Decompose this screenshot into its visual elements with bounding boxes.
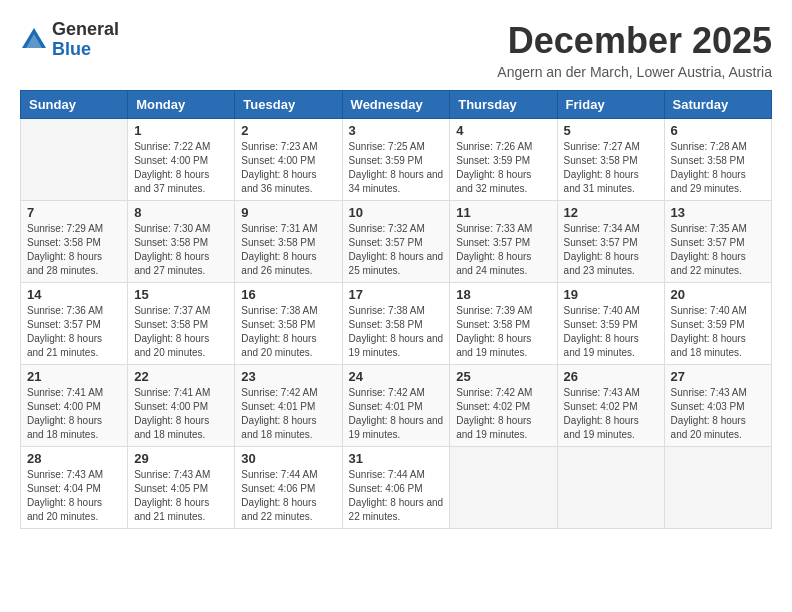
calendar-cell: 21Sunrise: 7:41 AMSunset: 4:00 PMDayligh…: [21, 365, 128, 447]
calendar-cell: 26Sunrise: 7:43 AMSunset: 4:02 PMDayligh…: [557, 365, 664, 447]
calendar-cell: 12Sunrise: 7:34 AMSunset: 3:57 PMDayligh…: [557, 201, 664, 283]
day-info: Sunrise: 7:40 AMSunset: 3:59 PMDaylight:…: [671, 304, 765, 360]
day-number: 22: [134, 369, 228, 384]
day-info: Sunrise: 7:25 AMSunset: 3:59 PMDaylight:…: [349, 140, 444, 196]
day-info: Sunrise: 7:36 AMSunset: 3:57 PMDaylight:…: [27, 304, 121, 360]
day-number: 25: [456, 369, 550, 384]
day-number: 2: [241, 123, 335, 138]
calendar-cell: 4Sunrise: 7:26 AMSunset: 3:59 PMDaylight…: [450, 119, 557, 201]
weekday-header: Thursday: [450, 91, 557, 119]
day-number: 21: [27, 369, 121, 384]
day-number: 24: [349, 369, 444, 384]
calendar-cell: 29Sunrise: 7:43 AMSunset: 4:05 PMDayligh…: [128, 447, 235, 529]
day-info: Sunrise: 7:39 AMSunset: 3:58 PMDaylight:…: [456, 304, 550, 360]
day-number: 27: [671, 369, 765, 384]
calendar-cell: 19Sunrise: 7:40 AMSunset: 3:59 PMDayligh…: [557, 283, 664, 365]
calendar-cell: [557, 447, 664, 529]
day-number: 23: [241, 369, 335, 384]
calendar-cell: 11Sunrise: 7:33 AMSunset: 3:57 PMDayligh…: [450, 201, 557, 283]
calendar-cell: 28Sunrise: 7:43 AMSunset: 4:04 PMDayligh…: [21, 447, 128, 529]
day-info: Sunrise: 7:22 AMSunset: 4:00 PMDaylight:…: [134, 140, 228, 196]
calendar-cell: 14Sunrise: 7:36 AMSunset: 3:57 PMDayligh…: [21, 283, 128, 365]
day-number: 6: [671, 123, 765, 138]
day-number: 4: [456, 123, 550, 138]
day-info: Sunrise: 7:43 AMSunset: 4:03 PMDaylight:…: [671, 386, 765, 442]
day-info: Sunrise: 7:34 AMSunset: 3:57 PMDaylight:…: [564, 222, 658, 278]
calendar-cell: 2Sunrise: 7:23 AMSunset: 4:00 PMDaylight…: [235, 119, 342, 201]
day-info: Sunrise: 7:30 AMSunset: 3:58 PMDaylight:…: [134, 222, 228, 278]
calendar-cell: 8Sunrise: 7:30 AMSunset: 3:58 PMDaylight…: [128, 201, 235, 283]
day-info: Sunrise: 7:43 AMSunset: 4:05 PMDaylight:…: [134, 468, 228, 524]
calendar-cell: 24Sunrise: 7:42 AMSunset: 4:01 PMDayligh…: [342, 365, 450, 447]
weekday-header: Saturday: [664, 91, 771, 119]
day-info: Sunrise: 7:43 AMSunset: 4:02 PMDaylight:…: [564, 386, 658, 442]
day-info: Sunrise: 7:35 AMSunset: 3:57 PMDaylight:…: [671, 222, 765, 278]
day-info: Sunrise: 7:38 AMSunset: 3:58 PMDaylight:…: [349, 304, 444, 360]
weekday-header: Friday: [557, 91, 664, 119]
day-info: Sunrise: 7:42 AMSunset: 4:01 PMDaylight:…: [349, 386, 444, 442]
calendar-cell: 16Sunrise: 7:38 AMSunset: 3:58 PMDayligh…: [235, 283, 342, 365]
day-info: Sunrise: 7:23 AMSunset: 4:00 PMDaylight:…: [241, 140, 335, 196]
calendar-cell: 27Sunrise: 7:43 AMSunset: 4:03 PMDayligh…: [664, 365, 771, 447]
weekday-header: Wednesday: [342, 91, 450, 119]
day-number: 16: [241, 287, 335, 302]
day-info: Sunrise: 7:37 AMSunset: 3:58 PMDaylight:…: [134, 304, 228, 360]
calendar-cell: 18Sunrise: 7:39 AMSunset: 3:58 PMDayligh…: [450, 283, 557, 365]
calendar-cell: 25Sunrise: 7:42 AMSunset: 4:02 PMDayligh…: [450, 365, 557, 447]
calendar-cell: 23Sunrise: 7:42 AMSunset: 4:01 PMDayligh…: [235, 365, 342, 447]
calendar-cell: 10Sunrise: 7:32 AMSunset: 3:57 PMDayligh…: [342, 201, 450, 283]
calendar-cell: 31Sunrise: 7:44 AMSunset: 4:06 PMDayligh…: [342, 447, 450, 529]
calendar-cell: 3Sunrise: 7:25 AMSunset: 3:59 PMDaylight…: [342, 119, 450, 201]
calendar-cell: 9Sunrise: 7:31 AMSunset: 3:58 PMDaylight…: [235, 201, 342, 283]
page-header: General Blue December 2025 Angern an der…: [20, 20, 772, 80]
day-number: 1: [134, 123, 228, 138]
day-number: 10: [349, 205, 444, 220]
day-number: 15: [134, 287, 228, 302]
day-info: Sunrise: 7:29 AMSunset: 3:58 PMDaylight:…: [27, 222, 121, 278]
day-number: 17: [349, 287, 444, 302]
day-info: Sunrise: 7:40 AMSunset: 3:59 PMDaylight:…: [564, 304, 658, 360]
calendar-week-row: 1Sunrise: 7:22 AMSunset: 4:00 PMDaylight…: [21, 119, 772, 201]
calendar-cell: [21, 119, 128, 201]
day-info: Sunrise: 7:31 AMSunset: 3:58 PMDaylight:…: [241, 222, 335, 278]
calendar: SundayMondayTuesdayWednesdayThursdayFrid…: [20, 90, 772, 529]
day-number: 28: [27, 451, 121, 466]
calendar-cell: [450, 447, 557, 529]
day-number: 13: [671, 205, 765, 220]
day-number: 8: [134, 205, 228, 220]
calendar-cell: 1Sunrise: 7:22 AMSunset: 4:00 PMDaylight…: [128, 119, 235, 201]
day-info: Sunrise: 7:38 AMSunset: 3:58 PMDaylight:…: [241, 304, 335, 360]
calendar-cell: 15Sunrise: 7:37 AMSunset: 3:58 PMDayligh…: [128, 283, 235, 365]
calendar-cell: [664, 447, 771, 529]
day-info: Sunrise: 7:33 AMSunset: 3:57 PMDaylight:…: [456, 222, 550, 278]
location: Angern an der March, Lower Austria, Aust…: [497, 64, 772, 80]
day-info: Sunrise: 7:28 AMSunset: 3:58 PMDaylight:…: [671, 140, 765, 196]
calendar-cell: 5Sunrise: 7:27 AMSunset: 3:58 PMDaylight…: [557, 119, 664, 201]
calendar-cell: 22Sunrise: 7:41 AMSunset: 4:00 PMDayligh…: [128, 365, 235, 447]
day-number: 12: [564, 205, 658, 220]
calendar-cell: 6Sunrise: 7:28 AMSunset: 3:58 PMDaylight…: [664, 119, 771, 201]
day-info: Sunrise: 7:27 AMSunset: 3:58 PMDaylight:…: [564, 140, 658, 196]
day-info: Sunrise: 7:43 AMSunset: 4:04 PMDaylight:…: [27, 468, 121, 524]
calendar-cell: 17Sunrise: 7:38 AMSunset: 3:58 PMDayligh…: [342, 283, 450, 365]
day-info: Sunrise: 7:44 AMSunset: 4:06 PMDaylight:…: [241, 468, 335, 524]
calendar-week-row: 28Sunrise: 7:43 AMSunset: 4:04 PMDayligh…: [21, 447, 772, 529]
weekday-header: Tuesday: [235, 91, 342, 119]
day-number: 31: [349, 451, 444, 466]
day-number: 18: [456, 287, 550, 302]
day-number: 11: [456, 205, 550, 220]
day-number: 20: [671, 287, 765, 302]
day-number: 19: [564, 287, 658, 302]
calendar-cell: 7Sunrise: 7:29 AMSunset: 3:58 PMDaylight…: [21, 201, 128, 283]
title-block: December 2025 Angern an der March, Lower…: [497, 20, 772, 80]
day-info: Sunrise: 7:42 AMSunset: 4:01 PMDaylight:…: [241, 386, 335, 442]
day-info: Sunrise: 7:32 AMSunset: 3:57 PMDaylight:…: [349, 222, 444, 278]
logo-general: General: [52, 19, 119, 39]
day-number: 29: [134, 451, 228, 466]
calendar-cell: 13Sunrise: 7:35 AMSunset: 3:57 PMDayligh…: [664, 201, 771, 283]
calendar-week-row: 7Sunrise: 7:29 AMSunset: 3:58 PMDaylight…: [21, 201, 772, 283]
day-info: Sunrise: 7:42 AMSunset: 4:02 PMDaylight:…: [456, 386, 550, 442]
day-info: Sunrise: 7:41 AMSunset: 4:00 PMDaylight:…: [27, 386, 121, 442]
day-number: 7: [27, 205, 121, 220]
logo-icon: [20, 26, 48, 54]
